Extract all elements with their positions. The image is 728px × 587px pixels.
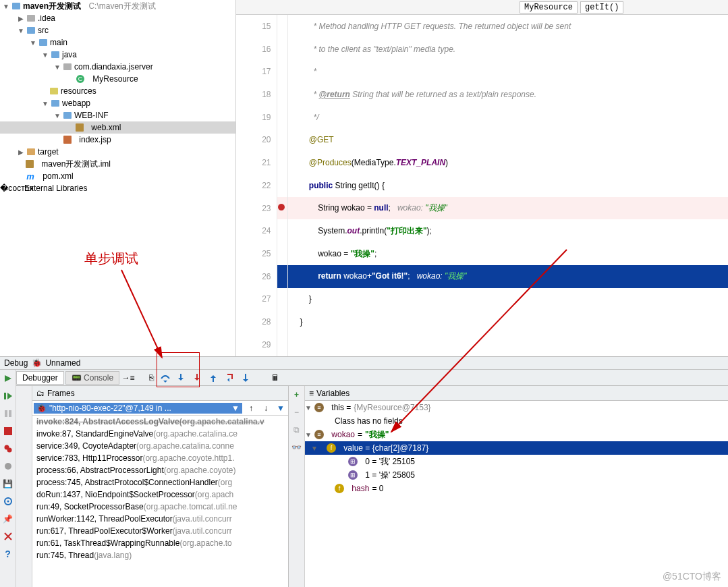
rerun-button[interactable] bbox=[2, 372, 14, 385]
variable-row[interactable]: f value = {char[2]@7187} bbox=[305, 441, 728, 455]
variable-row[interactable]: ≡ this = {MyResource@7153} bbox=[305, 401, 728, 414]
tree-item-webxml[interactable]: web.xml bbox=[91, 123, 121, 132]
tree-item-package[interactable]: com.diandaxia.jserver bbox=[74, 62, 153, 72]
add-watch-button[interactable]: + bbox=[291, 389, 303, 401]
frames-title: Frames bbox=[47, 389, 75, 398]
tree-item-resources[interactable]: resources bbox=[61, 86, 96, 96]
breadcrumb-method[interactable]: getIt() bbox=[580, 1, 623, 13]
step-over-button[interactable] bbox=[160, 373, 175, 383]
stack-frame[interactable]: service:783, Http11Processor (org.apache… bbox=[32, 452, 288, 464]
frames-panel: 🗂Frames 🐞 "http-nio-80-exec-22"@7,149 in… bbox=[32, 386, 289, 587]
run-config-icon: 🐞 bbox=[32, 358, 41, 368]
tree-item-idea[interactable]: .idea bbox=[38, 13, 55, 23]
svg-point-8 bbox=[7, 501, 9, 503]
svg-rect-0 bbox=[4, 393, 6, 399]
settings-button[interactable] bbox=[2, 495, 14, 507]
pause-button[interactable] bbox=[2, 408, 14, 420]
duplicate-watch-button[interactable]: ⧉ bbox=[291, 424, 303, 436]
evaluate-expression-button[interactable]: 🖩 bbox=[268, 373, 283, 383]
breakpoint-icon[interactable] bbox=[277, 203, 285, 211]
tree-item-main[interactable]: main bbox=[50, 38, 67, 47]
next-frame-button[interactable]: ↓ bbox=[260, 402, 272, 414]
libraries-icon: �состоя bbox=[12, 184, 22, 193]
tab-more-button[interactable]: →≡ bbox=[121, 373, 136, 383]
editor[interactable]: MyResource getIt() 15 * Method handling … bbox=[236, 0, 728, 356]
force-step-into-button[interactable] bbox=[192, 373, 207, 383]
stack-frame[interactable]: run:745, Thread (java.lang) bbox=[32, 549, 288, 561]
stack-frame[interactable]: invoke:87, StandardEngineValve (org.apac… bbox=[32, 428, 288, 440]
tree-item-webapp[interactable]: webapp bbox=[62, 99, 90, 108]
svg-point-5 bbox=[7, 448, 11, 453]
breadcrumb-class[interactable]: MyResource bbox=[520, 1, 578, 13]
stack-frame[interactable]: invoke:824, AbstractAccessLogValve (org.… bbox=[32, 416, 288, 428]
stop-button[interactable] bbox=[2, 425, 14, 437]
debug-side-toolbar: 💾 📌 ? bbox=[0, 370, 16, 587]
stack-frame[interactable]: run:49, SocketProcessorBase (org.apache.… bbox=[32, 501, 288, 513]
stack-frame[interactable]: process:745, AbstractProtocol$Connection… bbox=[32, 476, 288, 488]
variables-icon: ≡ bbox=[309, 389, 314, 398]
stack-frame[interactable]: service:349, CoyoteAdapter (org.apache.c… bbox=[32, 440, 288, 452]
variable-row[interactable]: f hash = 0 bbox=[305, 482, 728, 495]
stack-frame[interactable]: runWorker:1142, ThreadPoolExecutor (java… bbox=[32, 513, 288, 525]
variable-row[interactable]: ≡ wokao = "我操" bbox=[305, 428, 728, 441]
view-breakpoints-button[interactable] bbox=[2, 443, 14, 455]
remove-watch-button[interactable]: − bbox=[291, 406, 303, 418]
close-button[interactable] bbox=[2, 530, 14, 542]
annotation-label: 单步调试 bbox=[84, 250, 138, 268]
breadcrumb: MyResource getIt() bbox=[236, 0, 728, 15]
tree-item-target[interactable]: target bbox=[38, 147, 59, 157]
prev-frame-button[interactable]: ↑ bbox=[245, 402, 257, 414]
debugger-tab-strip: Debugger 📟 Console →≡ ⎘ 🖩 bbox=[16, 370, 728, 386]
step-into-button[interactable] bbox=[176, 373, 191, 383]
thread-selector[interactable]: 🐞 "http-nio-80-exec-22"@7,149 in ... ▼ bbox=[34, 403, 242, 414]
project-root[interactable]: maven开发测试 bbox=[23, 1, 81, 12]
step-out-button[interactable] bbox=[208, 373, 223, 383]
tree-item-indexjsp[interactable]: index.jsp bbox=[79, 135, 111, 144]
tree-item-webinf[interactable]: WEB-INF bbox=[74, 111, 109, 120]
tree-item-src[interactable]: src bbox=[38, 26, 49, 35]
tree-item-java[interactable]: java bbox=[62, 50, 77, 59]
tree-item-class[interactable]: MyResource bbox=[92, 74, 138, 84]
svg-point-6 bbox=[5, 463, 11, 470]
tab-console[interactable]: 📟 Console bbox=[65, 371, 119, 385]
variable-row[interactable]: ⊞ 0 = '我' 25105 bbox=[305, 455, 728, 468]
debug-header: Debug 🐞 Unnamed bbox=[0, 356, 728, 370]
stack-frame[interactable]: process:66, AbstractProcessorLight (org.… bbox=[32, 464, 288, 476]
frames-icon: 🗂 bbox=[36, 389, 45, 398]
svg-rect-11 bbox=[245, 374, 246, 379]
get-thread-dump-button[interactable]: 💾 bbox=[2, 478, 14, 490]
show-watches-button[interactable]: 👓 bbox=[291, 441, 303, 453]
svg-rect-3 bbox=[4, 427, 12, 435]
filter-button[interactable]: ▼ bbox=[275, 402, 287, 414]
drop-frame-button[interactable] bbox=[225, 373, 240, 383]
tree-item-pom[interactable]: pom.xml bbox=[43, 171, 73, 181]
project-tree[interactable]: maven开发测试 C:\maven开发测试 .idea src main ja… bbox=[0, 0, 236, 356]
help-button[interactable]: ? bbox=[2, 548, 14, 560]
stack-frame[interactable]: run:61, TaskThread$WrappingRunnable (org… bbox=[32, 537, 288, 549]
stack-frame[interactable]: doRun:1437, NioEndpoint$SocketProcessor … bbox=[32, 488, 288, 501]
tab-debugger[interactable]: Debugger bbox=[16, 371, 64, 385]
svg-rect-2 bbox=[9, 410, 11, 417]
tree-item-iml[interactable]: maven开发测试.iml bbox=[41, 159, 111, 170]
resume-button[interactable] bbox=[2, 390, 14, 402]
stack-frame[interactable]: run:617, ThreadPoolExecutor$Worker (java… bbox=[32, 525, 288, 537]
pin-button[interactable]: 📌 bbox=[2, 513, 14, 525]
variable-row: Class has no fields bbox=[305, 414, 728, 428]
variables-title: Variables bbox=[316, 389, 349, 398]
variables-panel: ≡Variables ≡ this = {MyResource@7153} Cl… bbox=[305, 386, 728, 587]
show-execution-point-button[interactable]: ⎘ bbox=[144, 373, 159, 383]
watermark: @51CTO博客 bbox=[663, 571, 721, 583]
tree-item-libraries[interactable]: External Libraries bbox=[24, 184, 87, 193]
mute-breakpoints-button[interactable] bbox=[2, 460, 14, 472]
run-to-cursor-button[interactable] bbox=[241, 373, 256, 383]
svg-rect-1 bbox=[5, 410, 7, 417]
variable-row[interactable]: ⊞ 1 = '操' 25805 bbox=[305, 468, 728, 482]
